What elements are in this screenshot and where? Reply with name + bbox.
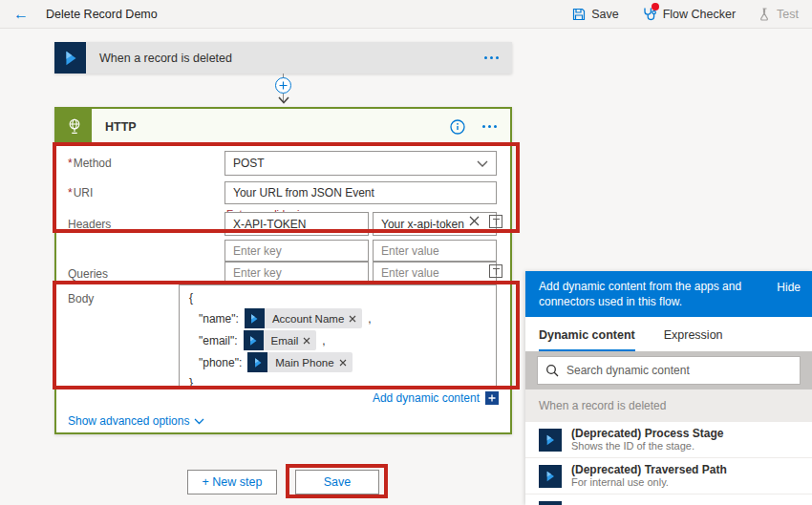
- save-command-label: Save: [591, 8, 619, 21]
- close-icon[interactable]: [339, 359, 353, 367]
- pill-label: Account Name: [265, 313, 349, 325]
- dynamic-content-item[interactable]: (Deprecated) Traversed Path For internal…: [525, 458, 812, 494]
- item-title: (Deprecated) Process Stage: [571, 427, 723, 440]
- required-marker: *: [68, 157, 73, 170]
- dynamics365-icon: [247, 352, 267, 372]
- queries-label: Queries: [68, 267, 108, 281]
- body-open-brace: {: [189, 289, 486, 306]
- body-line-email: "email": Email ,: [199, 330, 486, 350]
- dynamics365-icon: [539, 465, 562, 488]
- dynamics365-icon: [54, 42, 86, 74]
- test-label: Test: [777, 8, 799, 21]
- add-dynamic-content-label: Add dynamic content: [373, 391, 480, 405]
- http-card-header[interactable]: HTTP: [56, 109, 510, 144]
- panel-header: Add dynamic content from the apps and co…: [525, 271, 812, 317]
- globe-icon: [56, 109, 92, 144]
- item-title: (Deprecated) Traversed Path: [571, 463, 727, 476]
- dynamics365-icon: [244, 330, 264, 350]
- flow-checker-alert-dot: [652, 3, 659, 11]
- http-card-title: HTTP: [105, 120, 450, 134]
- tab-dynamic-content[interactable]: Dynamic content: [539, 328, 635, 351]
- dynamic-content-panel: Add dynamic content from the apps and co…: [525, 271, 812, 505]
- method-dropdown[interactable]: POST: [224, 151, 497, 176]
- body-key: "name":: [199, 312, 239, 326]
- tab-expression[interactable]: Expression: [664, 328, 723, 351]
- info-icon[interactable]: [450, 119, 465, 135]
- trigger-title: When a record is deleted: [99, 52, 484, 65]
- body-line-phone: "phone": Main Phone: [199, 352, 486, 372]
- item-description: Shows the ID of the stage.: [571, 440, 723, 452]
- dynamic-content-item[interactable]: Account: [525, 494, 812, 505]
- show-advanced-options-link[interactable]: Show advanced options: [68, 414, 204, 428]
- pill-label: Main Phone: [267, 357, 338, 368]
- http-menu-ellipsis-icon[interactable]: [482, 125, 497, 128]
- chevron-down-icon: [194, 418, 204, 425]
- headers-text-mode-icon[interactable]: [489, 215, 502, 228]
- comma: ,: [322, 334, 325, 347]
- body-key: "phone":: [199, 356, 242, 369]
- search-dynamic-content-input[interactable]: [566, 364, 792, 377]
- pill-label: Email: [264, 335, 304, 347]
- required-marker: *: [68, 186, 73, 200]
- new-step-button[interactable]: + New step: [187, 470, 277, 494]
- stethoscope-icon: [642, 7, 657, 21]
- panel-search-strip: [525, 351, 812, 389]
- flow-title: Delete Record Demo: [46, 8, 158, 21]
- uri-label: *URI: [68, 186, 93, 200]
- comma: ,: [368, 312, 371, 326]
- panel-section-header: When a record is deleted: [525, 389, 812, 422]
- top-bar-left: ← Delete Record Demo: [13, 7, 158, 22]
- panel-tabs: Dynamic content Expression: [525, 317, 812, 351]
- dynamic-token-pill[interactable]: Account Name: [245, 308, 362, 328]
- dynamics365-icon: [539, 501, 562, 505]
- search-box[interactable]: [537, 356, 801, 385]
- dynamics365-icon: [539, 429, 562, 452]
- show-advanced-label: Show advanced options: [68, 414, 189, 428]
- headers-label: Headers: [68, 218, 111, 231]
- search-icon: [545, 364, 559, 377]
- save-icon: [572, 8, 586, 21]
- trigger-card[interactable]: When a record is deleted: [54, 42, 512, 74]
- header-key-empty-input[interactable]: [224, 240, 369, 262]
- close-icon[interactable]: [469, 216, 480, 226]
- trigger-menu-ellipsis-icon[interactable]: [484, 56, 499, 59]
- method-label: *Method: [68, 157, 112, 170]
- add-plus-icon: [485, 391, 499, 405]
- body-line-name: "name": Account Name ,: [199, 308, 486, 328]
- arrow-down-icon: [278, 96, 289, 104]
- close-icon[interactable]: [349, 315, 362, 323]
- test-command[interactable]: Test: [759, 8, 799, 21]
- method-value: POST: [233, 157, 265, 170]
- dynamic-token-pill[interactable]: Email: [244, 330, 317, 350]
- panel-header-text: Add dynamic content from the apps and co…: [539, 279, 760, 309]
- save-command[interactable]: Save: [572, 8, 619, 21]
- dynamic-content-item[interactable]: (Deprecated) Process Stage Shows the ID …: [525, 422, 812, 458]
- panel-hide-button[interactable]: Hide: [777, 280, 801, 295]
- dynamic-token-pill[interactable]: Main Phone: [247, 352, 352, 372]
- body-close-brace: }: [189, 374, 486, 391]
- back-arrow-icon[interactable]: ←: [13, 7, 29, 22]
- flow-editor: ← Delete Record Demo Save Flow Checker: [0, 0, 812, 505]
- flow-checker-command[interactable]: Flow Checker: [642, 7, 736, 21]
- flask-icon: [759, 8, 771, 21]
- top-bar-right: Save Flow Checker Test: [572, 7, 799, 21]
- add-dynamic-content-link[interactable]: Add dynamic content: [373, 391, 499, 405]
- query-value-input[interactable]: [373, 262, 497, 284]
- dynamics365-icon: [245, 308, 265, 328]
- body-editor[interactable]: { "name": Account Name , "email":: [179, 284, 497, 388]
- header-value-empty-input[interactable]: [373, 240, 497, 262]
- header-key-input[interactable]: [224, 212, 369, 236]
- save-flow-button[interactable]: Save: [295, 470, 379, 494]
- body-key: "email":: [199, 334, 238, 347]
- body-label: Body: [68, 292, 94, 305]
- flow-checker-label: Flow Checker: [663, 8, 736, 21]
- close-icon[interactable]: [303, 337, 316, 345]
- http-action-card: HTTP *Method POST *URI Enter a valid uri…: [54, 107, 512, 434]
- query-key-input[interactable]: [224, 262, 369, 284]
- chevron-down-icon: [477, 160, 488, 167]
- queries-text-mode-icon[interactable]: [489, 264, 502, 278]
- uri-input[interactable]: [224, 181, 497, 204]
- item-description: For internal use only.: [571, 476, 727, 489]
- insert-step-plus-icon[interactable]: [275, 77, 291, 94]
- top-bar: ← Delete Record Demo Save Flow Checker: [0, 0, 812, 29]
